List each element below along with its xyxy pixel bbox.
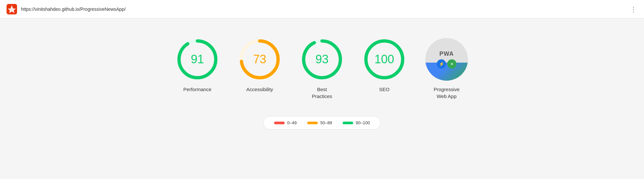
legend-label-green: 90–100	[356, 120, 370, 125]
legend-item-orange: 50–89	[307, 120, 332, 125]
legend-label-orange: 50–89	[320, 120, 332, 125]
score-item-best-practices: 93 BestPractices	[301, 38, 343, 100]
score-item-accessibility: 73 Accessibility	[238, 38, 281, 93]
score-label-seo: SEO	[379, 86, 390, 93]
circle-seo: 100	[363, 38, 406, 81]
score-value-best-practices: 93	[315, 52, 329, 66]
legend-item-red: 0–49	[274, 120, 297, 125]
score-item-pwa: PWA ⚡ + ProgressiveWeb App	[425, 38, 468, 100]
scores-row: 91 Performance 73 Accessibility	[176, 38, 468, 100]
circle-best-practices: 93	[301, 38, 343, 81]
legend-label-red: 0–49	[287, 120, 297, 125]
legend: 0–49 50–89 90–100	[263, 116, 381, 129]
score-label-pwa: ProgressiveWeb App	[433, 86, 459, 100]
lighthouse-icon	[7, 4, 17, 14]
legend-bar-orange	[307, 122, 318, 124]
menu-dots[interactable]: ⋮	[630, 5, 637, 13]
circle-performance: 91	[176, 38, 219, 81]
pwa-badges: ⚡ +	[437, 59, 456, 69]
legend-bar-green	[343, 122, 353, 124]
circle-accessibility: 73	[238, 38, 281, 81]
url-display: https://vinitshahdeo.github.io/Progressi…	[21, 7, 126, 12]
score-item-seo: 100 SEO	[363, 38, 406, 93]
score-value-performance: 91	[191, 52, 204, 66]
pwa-badge-plus: +	[447, 59, 456, 69]
pwa-text: PWA	[439, 50, 454, 57]
score-item-performance: 91 Performance	[176, 38, 219, 93]
top-bar-left: https://vinitshahdeo.github.io/Progressi…	[7, 4, 126, 14]
top-bar: https://vinitshahdeo.github.io/Progressi…	[0, 0, 644, 18]
score-label-accessibility: Accessibility	[246, 86, 273, 93]
circle-pwa: PWA ⚡ +	[425, 38, 468, 81]
score-label-best-practices: BestPractices	[312, 86, 332, 100]
legend-item-green: 90–100	[343, 120, 370, 125]
score-label-performance: Performance	[183, 86, 211, 93]
legend-bar-red	[274, 122, 285, 124]
pwa-badge-lightning: ⚡	[437, 59, 446, 69]
main-content: 91 Performance 73 Accessibility	[0, 18, 644, 143]
score-value-seo: 100	[374, 52, 394, 66]
score-value-accessibility: 73	[253, 52, 266, 66]
